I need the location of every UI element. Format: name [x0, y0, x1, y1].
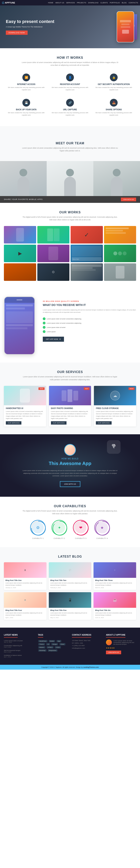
phone-device-inner: [4, 297, 34, 354]
capability-circle-2: ❤: [73, 520, 89, 535]
news-link-0[interactable]: Lorem ipsum dolor sit amet Jan 12, 2016: [4, 640, 34, 643]
news-link-2[interactable]: Sed do eiusmod tempor Mar 8, 2016: [4, 650, 34, 653]
service-btn-1[interactable]: OUR SERVICES: [51, 421, 67, 425]
nav-link-download[interactable]: DOWNLOAD: [88, 2, 98, 4]
tag-10[interactable]: Bootstrap: [38, 649, 46, 652]
blog-img-2: ✈: [94, 562, 136, 578]
blog-body-3: Blog Post Title Four Lorem ipsum dolor s…: [4, 608, 46, 620]
feature-item-1: ✓ Lorem ipsum dolor sit amet consectetur…: [43, 321, 136, 325]
team-header: MEET OUR TEAM Lorem ipsum dolor sit amet…: [0, 134, 140, 161]
team-join-button[interactable]: JOIN WITH US: [121, 197, 136, 201]
service-btn-2[interactable]: OUR SERVICES: [96, 421, 111, 425]
work-item-1[interactable]: [4, 226, 36, 244]
how-it-works-subtitle: Lorem ipsum dolor sit amet consectetur a…: [22, 61, 118, 67]
blog-body-1: Blog Post Title Two Lorem ipsum dolor si…: [49, 578, 92, 590]
tag-3[interactable]: Theme: [38, 643, 45, 645]
nav-link-home[interactable]: HOME: [48, 2, 53, 4]
blog-meta-2: March 8, 2016: [95, 587, 135, 588]
work-item-2[interactable]: [37, 226, 70, 244]
news-link-3[interactable]: Incididunt ut labore dolore Apr 1, 2016: [4, 654, 34, 657]
footer-contact-phone: +1 (555) 123-4567: [72, 645, 102, 647]
footer-news-title: Latest News: [4, 634, 18, 638]
news-item-3[interactable]: Incididunt ut labore dolore Apr 1, 2016: [4, 654, 34, 658]
capability-item-1: ✦ CAPABILITY 2: [51, 520, 67, 539]
blog-item-title-2: Blog Post Title Three: [95, 579, 135, 581]
blog-item-3[interactable]: 💻 Blog Post Title Four Lorem ipsum dolor…: [4, 592, 46, 620]
works-grid: ✓ ▶ Menu Item: [4, 226, 136, 281]
tag-11[interactable]: Responsive: [48, 649, 57, 652]
news-item-1[interactable]: Consectetur adipiscing elit Feb 5, 2016: [4, 644, 34, 648]
service-img-0: NEW: [4, 386, 46, 405]
news-item-0[interactable]: Lorem ipsum dolor sit amet Jan 12, 2016: [4, 640, 34, 643]
tag-2[interactable]: App: [57, 640, 61, 642]
nav-link-clients[interactable]: CLIENTS: [100, 2, 108, 4]
build-join-button[interactable]: JOIN WITH US: [60, 481, 80, 487]
receive-section: 30 Million High Quality Screen WHAT DO Y…: [0, 289, 140, 363]
blog-img-1: 💬: [49, 562, 92, 578]
how-item-4-desc: We have created the very top marketing p…: [51, 112, 89, 116]
nav-link-contacts[interactable]: CONTACTS: [129, 2, 138, 4]
nav-link-services[interactable]: SERVICES: [66, 2, 75, 4]
feature-item-0: ✓ Lorem ipsum dolor sit amet consectetur…: [43, 317, 136, 321]
news-item-2[interactable]: Sed do eiusmod tempor Mar 8, 2016: [4, 649, 34, 653]
work-item-4[interactable]: [104, 226, 136, 244]
nav-link-portfolio[interactable]: PORTFOLIO: [110, 2, 120, 4]
nav-logo[interactable]: ⬡ APPTUNE: [2, 1, 15, 4]
capability-item-0: ⚙ CAPABILITY 1: [30, 520, 46, 539]
blog-body-0: Blog Post Title One Lorem ipsum dolor si…: [4, 578, 46, 590]
tag-4[interactable]: UI: [46, 643, 50, 645]
nav-link-projects[interactable]: PROJECTS: [77, 2, 86, 4]
work-item-9[interactable]: [4, 264, 36, 281]
footer-join-button[interactable]: JOIN WITH US: [106, 651, 121, 654]
receive-phone: [4, 297, 39, 355]
backup-icon: 💾: [22, 99, 30, 106]
work-item-11[interactable]: [71, 264, 103, 281]
receive-desc: Lorem ipsum dolor sit amet consectetur a…: [43, 309, 136, 314]
news-item-title-1: Consectetur adipiscing elit: [4, 645, 34, 647]
work-item-3[interactable]: ✓: [71, 226, 103, 244]
work-item-7[interactable]: Menu Item: [71, 245, 103, 262]
tag-7[interactable]: Modern: [38, 646, 45, 648]
tag-9[interactable]: CSS3: [55, 646, 61, 648]
tag-0[interactable]: WordPress: [38, 640, 47, 642]
tag-6[interactable]: Clean: [60, 643, 65, 645]
work-item-8[interactable]: [104, 245, 136, 262]
work-item-5[interactable]: ▶: [4, 245, 36, 262]
nav-logo-text: APPTUNE: [5, 2, 15, 4]
download-button[interactable]: DOWNLOAD NOW: [6, 31, 28, 35]
footer-copyright-link[interactable]: LandingThemes.com: [83, 666, 99, 668]
tag-5[interactable]: Design: [51, 643, 58, 645]
nav-link-blog[interactable]: BLOG: [122, 2, 127, 4]
blog-item-0[interactable]: 📱 Blog Post Title One Lorem ipsum dolor …: [4, 562, 46, 590]
news-link-1[interactable]: Consectetur adipiscing elit Feb 5, 2016: [4, 645, 34, 648]
capabilities-circles: ⚙ CAPABILITY 1 ✦ CAPABILITY 2 ❤: [4, 520, 136, 539]
service-body-2: FREE CLOUD STORAGE Lorem ipsum dolor sit…: [94, 405, 136, 427]
how-item-0-title: INTERNET ACCESS: [8, 83, 45, 85]
get-app-button[interactable]: GET APP NOW ⬇: [43, 337, 64, 342]
work-item-6[interactable]: [37, 245, 70, 262]
feature-item-2: ✓ Lorem ipsum dolor sit amet: [43, 325, 136, 330]
nav-link-about[interactable]: ABOUT US: [55, 2, 64, 4]
blog-item-desc-5: Lorem ipsum dolor sit amet consectetur a…: [95, 612, 135, 616]
hero-image: [70, 11, 134, 42]
build-section: How We Build This Awesome App Lorem ipsu…: [0, 434, 140, 497]
blog-item-4[interactable]: 📱 Blog Post Title Five Lorem ipsum dolor…: [49, 592, 92, 620]
services-header: OUR SERVICES Lorem ipsum dolor sit amet …: [4, 370, 136, 381]
footer-contact-title: Contact Address: [72, 634, 91, 638]
team-banner-text: SHARE YOUR FAVORITE MOBILE APPS: [4, 198, 43, 200]
apple-icon-inner: [107, 440, 120, 454]
blog-item-2[interactable]: ✈ Blog Post Title Three Lorem ipsum dolo…: [94, 562, 136, 590]
tag-1[interactable]: Mobile: [49, 640, 55, 642]
footer-contact-address: 123 Main Street, New York: [72, 640, 102, 642]
works-title: OUR WORKS: [4, 211, 136, 214]
how-item-5-desc: We have created the very top marketing p…: [95, 112, 132, 116]
service-btn-0[interactable]: OUR SERVICES: [6, 421, 22, 425]
hero-title: Easy to present content: [6, 19, 70, 25]
blog-item-5[interactable]: ☕ Blog Post Title Six Lorem ipsum dolor …: [94, 592, 136, 620]
tag-8[interactable]: HTML5: [47, 646, 54, 648]
work-item-10[interactable]: ⚙: [37, 264, 70, 281]
hero-phone-screen: [117, 12, 134, 42]
blog-img-3: 💻: [4, 592, 46, 608]
blog-item-1[interactable]: 💬 Blog Post Title Two Lorem ipsum dolor …: [49, 562, 92, 590]
work-item-12[interactable]: [104, 264, 136, 281]
